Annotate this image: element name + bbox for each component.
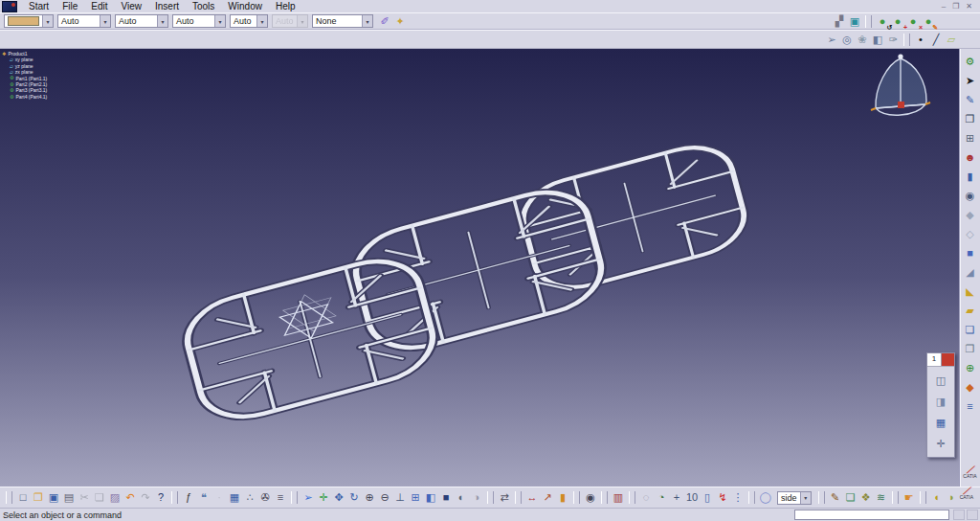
knowledge-button[interactable]: · [212, 490, 227, 506]
menu-file-item[interactable]: File [56, 1, 84, 11]
image-capture-button[interactable]: ❏ [843, 490, 858, 506]
layers-stack-button[interactable]: ≡ [963, 398, 978, 414]
wedge-button[interactable]: ◣ [963, 283, 978, 299]
menu-insert-item[interactable]: Insert [148, 1, 186, 11]
formula-button[interactable]: ƒ [181, 490, 196, 506]
view-mode-button[interactable]: ❐ [963, 111, 978, 126]
screen-view-button[interactable]: ▣ [847, 13, 862, 29]
catalog-shape-button[interactable]: ◯ [758, 490, 773, 506]
iso-cube-button[interactable]: ■ [963, 245, 978, 260]
pan-button[interactable]: ✥ [331, 490, 346, 506]
whats-this-button[interactable]: ? [153, 490, 168, 506]
wedge-color-button[interactable]: ◆ [963, 379, 978, 395]
iso-view-button[interactable]: ◧ [423, 490, 438, 506]
shape-gray-1-button[interactable]: ◆ [963, 207, 978, 222]
design-table-button[interactable]: ▦ [227, 490, 242, 506]
bolt-button[interactable]: ↯ [715, 490, 730, 506]
shell-1-button[interactable]: ◖ [929, 490, 945, 506]
app-icon[interactable] [2, 1, 17, 12]
depth-effect-button[interactable]: ◧ [870, 32, 885, 47]
catalog-delete-button[interactable]: ●× [905, 13, 921, 29]
product-structure-button[interactable]: ◨ [933, 394, 948, 409]
camera-view-button[interactable]: ◉ [963, 188, 978, 203]
menu-tools-item[interactable]: Tools [186, 1, 221, 11]
redo-button[interactable]: ↷ [138, 490, 153, 506]
line-weight-combo[interactable]: Auto▾ [57, 14, 111, 28]
power-input[interactable] [794, 510, 949, 520]
minimize-icon[interactable]: – [942, 2, 946, 11]
zoom-in-button[interactable]: ⊕ [362, 490, 377, 506]
hand-button[interactable]: ☛ [902, 490, 917, 506]
floating-toolbar-header[interactable]: 1 [927, 353, 954, 367]
workbench-close-icon[interactable] [941, 353, 954, 366]
swap-space-button[interactable]: ◑ [469, 490, 484, 506]
link-button[interactable]: ∴ [242, 490, 257, 506]
multi-view-button[interactable]: ⊞ [408, 490, 423, 506]
world-button[interactable]: ⊕ [963, 360, 978, 375]
catalog-new-button[interactable]: ●+ [890, 13, 905, 29]
pad-button[interactable]: ▮ [963, 169, 978, 184]
fly-mode-button[interactable]: ➢ [824, 32, 839, 47]
layer-combo[interactable]: Auto▾ [230, 14, 268, 28]
painter-button[interactable]: ✐ [377, 13, 392, 29]
open-button[interactable]: ❐ [31, 490, 46, 506]
axis-system-button[interactable]: + [669, 490, 684, 506]
paste-button[interactable]: ▨ [107, 490, 122, 506]
shape-gray-2-button[interactable]: ◇ [963, 226, 978, 241]
point-symbol-combo[interactable]: Auto▾ [172, 14, 226, 28]
status-button-1[interactable] [953, 510, 965, 520]
render-style-combo[interactable]: None▾ [312, 14, 373, 28]
catalog-filter-combo[interactable]: side ▾ [777, 491, 812, 505]
cut-button[interactable]: ✂ [77, 490, 92, 506]
menu-window-item[interactable]: Window [221, 1, 269, 11]
view-compass[interactable] [871, 54, 930, 115]
examine-mode-button[interactable]: ◎ [839, 32, 855, 47]
snap-button[interactable]: ✛ [933, 436, 948, 451]
star-sketch[interactable] [276, 288, 340, 345]
undo-button[interactable]: ↶ [122, 490, 138, 506]
normal-view-button[interactable]: ⊥ [392, 490, 408, 506]
instance-button[interactable]: ◫ [933, 373, 948, 388]
point-button[interactable]: • [913, 32, 928, 47]
surface-button[interactable]: ◢ [963, 264, 978, 280]
tolerance-10-1-button[interactable]: 10 [684, 490, 700, 506]
3d-viewport[interactable]: ❖Product1▱xy plane▱yz plane▱zx plane⚙Par… [0, 49, 980, 487]
stamp-button[interactable]: ❖ [858, 490, 874, 506]
layers-button[interactable]: ≋ [874, 490, 889, 506]
comment-button[interactable]: ❝ [196, 490, 212, 506]
sketcher-button[interactable]: ✎ [963, 92, 978, 107]
swirl-button[interactable]: ◌ [638, 490, 654, 506]
fly-button[interactable]: ➢ [301, 490, 316, 506]
menu-help-item[interactable]: Help [269, 1, 302, 11]
menu-start-item[interactable]: Start [22, 1, 56, 11]
catalog-edit-button[interactable]: ●✎ [921, 13, 936, 29]
new-window-button[interactable]: ⊞ [963, 130, 978, 146]
histogram-button[interactable]: ▥ [611, 490, 626, 506]
rotate-button[interactable]: ↻ [346, 490, 362, 506]
object-list-button[interactable]: ≡ [273, 490, 288, 506]
exchange-button[interactable]: ⇄ [497, 490, 512, 506]
paint-button[interactable]: ✎ [828, 490, 843, 506]
sectioning-button[interactable]: ▞ [832, 13, 847, 29]
mannequin-button[interactable]: ☻ [963, 149, 978, 165]
book-gray-button[interactable]: ❐ [963, 341, 978, 356]
grate-middle[interactable] [347, 181, 610, 359]
grate-left[interactable] [179, 250, 441, 428]
lighting-button[interactable]: ❀ [855, 32, 870, 47]
line-type-combo[interactable]: Auto▾ [115, 14, 168, 28]
save-button[interactable]: ▣ [46, 490, 61, 506]
cylinder-button[interactable]: ▯ [700, 490, 715, 506]
line-button[interactable]: ╱ [928, 32, 944, 47]
plane-button[interactable]: ▱ [944, 32, 959, 47]
magnifier-button[interactable]: ✑ [885, 32, 901, 47]
zoom-out-button[interactable]: ⊖ [377, 490, 392, 506]
block-button[interactable]: ▰ [963, 303, 978, 318]
copy-button[interactable]: ❏ [92, 490, 107, 506]
user-feature-button[interactable]: ⚙ [963, 54, 978, 69]
menu-edit-item[interactable]: Edit [84, 1, 114, 11]
select-button[interactable]: ➤ [963, 73, 978, 88]
grid-button[interactable]: ▦ [933, 415, 948, 430]
compass-top-handle[interactable] [898, 54, 902, 58]
catalog-browse-button[interactable]: ●↺ [875, 13, 890, 29]
fill-color-combo[interactable]: ▾ [4, 14, 54, 28]
